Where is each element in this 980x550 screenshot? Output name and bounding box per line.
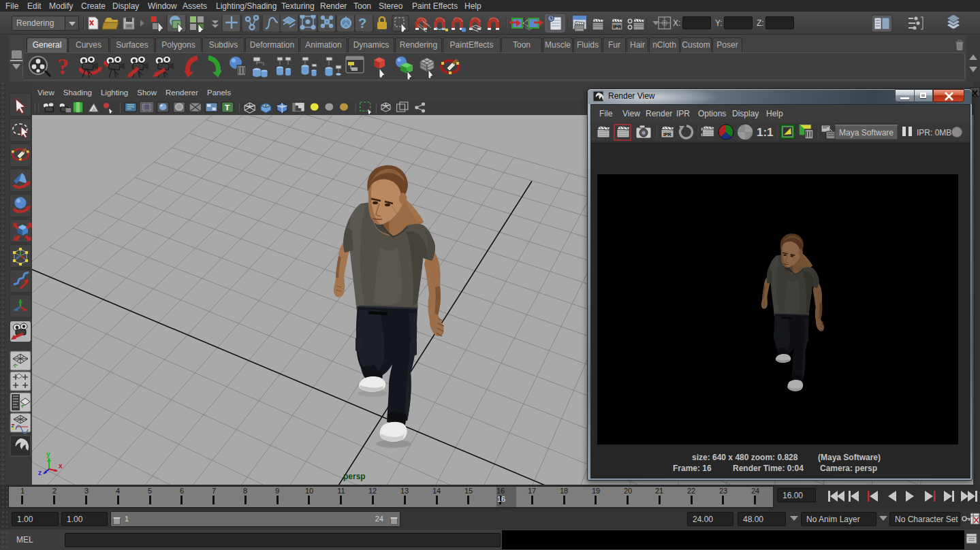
svg-text:15: 15 [464, 487, 473, 495]
svg-text:IPR: IPR [663, 132, 671, 137]
svg-text:2: 2 [52, 487, 57, 495]
svg-text:6: 6 [180, 487, 184, 495]
svg-text:1:1: 1:1 [757, 126, 774, 139]
svg-text:21: 21 [655, 487, 663, 495]
svg-text:8: 8 [243, 487, 247, 495]
svg-text:10: 10 [305, 487, 313, 495]
svg-text:23: 23 [719, 487, 727, 495]
svg-text:16: 16 [496, 487, 505, 495]
svg-text:T: T [225, 103, 230, 112]
svg-text:19: 19 [592, 487, 600, 495]
svg-text:?: ? [358, 16, 366, 31]
svg-text:4: 4 [116, 487, 120, 495]
svg-text:Maya Software: Maya Software [839, 128, 894, 138]
svg-text:IPR: 0MB: IPR: 0MB [917, 128, 951, 138]
svg-text:x: x [59, 462, 63, 470]
svg-text:20: 20 [624, 487, 632, 495]
svg-text:17: 17 [528, 487, 536, 495]
svg-text:z: z [38, 469, 42, 476]
svg-text:9: 9 [275, 487, 279, 495]
svg-text:22: 22 [687, 487, 695, 495]
svg-text:3: 3 [84, 487, 89, 495]
svg-text:5: 5 [148, 487, 152, 495]
svg-text:7: 7 [212, 487, 216, 495]
svg-text:24: 24 [751, 487, 759, 495]
svg-text:14: 14 [432, 487, 441, 495]
svg-text:persp: persp [343, 472, 366, 481]
svg-text:?: ? [57, 54, 69, 79]
svg-text:IPR: IPR [613, 24, 622, 30]
svg-text:12: 12 [368, 487, 377, 495]
svg-text:y: y [46, 451, 50, 458]
svg-text:18: 18 [560, 487, 568, 495]
svg-text:11: 11 [337, 487, 345, 495]
svg-text:16: 16 [497, 495, 505, 503]
svg-text:1: 1 [20, 487, 25, 495]
svg-text:13: 13 [400, 487, 409, 495]
